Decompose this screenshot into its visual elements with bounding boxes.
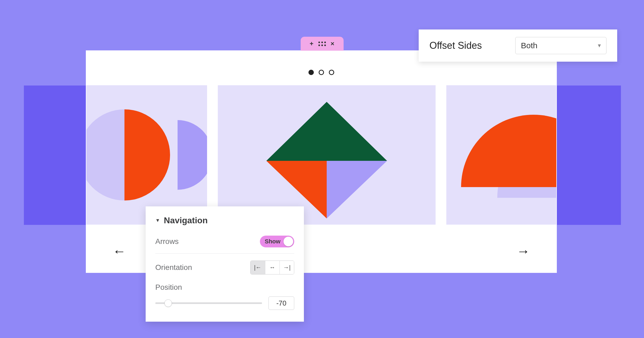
carousel-pagination[interactable] [308,70,334,75]
carousel-slides [86,85,557,225]
offset-sides-panel: Offset Sides Both ▾ [419,29,617,62]
offset-sides-select[interactable]: Both ▾ [515,37,606,54]
position-label: Position [155,283,182,292]
navigation-settings-panel: ▼ Navigation Arrows Show Orientation |← … [146,206,304,322]
carousel-slide-1[interactable] [86,85,207,225]
orientation-label: Orientation [155,263,192,272]
drag-handle-icon[interactable] [318,42,326,46]
add-icon[interactable]: + [310,40,313,47]
editor-handle-tab[interactable]: + × [301,37,344,51]
navigation-panel-header[interactable]: ▼ Navigation [155,216,294,225]
shape-triangle-lilac [327,161,387,218]
chevron-down-icon: ▾ [598,42,601,49]
arrows-row: Arrows Show [155,231,294,252]
pager-dot-2[interactable] [319,70,324,75]
arrows-toggle[interactable]: Show [260,236,294,247]
offset-sides-value: Both [521,41,538,50]
orientation-button-group[interactable]: |← ↔ →| [250,261,294,274]
carousel-slide-2[interactable] [218,85,436,225]
navigation-panel-title: Navigation [164,216,208,225]
position-row-label: Position [155,279,294,292]
divider [155,253,294,254]
position-row-controls: -70 [155,296,294,310]
pager-dot-3[interactable] [329,70,334,75]
position-slider[interactable] [155,302,262,304]
arrows-toggle-text: Show [265,238,281,245]
orientation-right-button[interactable]: →| [279,261,294,274]
orientation-row: Orientation |← ↔ →| [155,256,294,279]
slider-thumb[interactable] [164,299,172,307]
close-icon[interactable]: × [331,40,334,47]
collapse-caret-icon[interactable]: ▼ [155,218,160,223]
shape-dome-orange [461,115,556,187]
shape-half-purple [178,120,207,190]
shape-half-orange [124,109,170,200]
orientation-center-button[interactable]: ↔ [265,261,279,274]
carousel-prev-arrow[interactable]: ← [113,243,126,259]
offset-sides-label: Offset Sides [429,40,499,51]
shape-triangle-green [266,102,387,161]
toggle-knob [284,237,293,246]
arrows-label: Arrows [155,237,179,246]
pager-dot-1[interactable] [308,70,314,75]
carousel-next-arrow[interactable]: → [517,243,530,259]
position-input[interactable]: -70 [268,296,294,310]
orientation-left-button[interactable]: |← [251,261,265,274]
carousel-slide-3[interactable] [446,85,556,225]
